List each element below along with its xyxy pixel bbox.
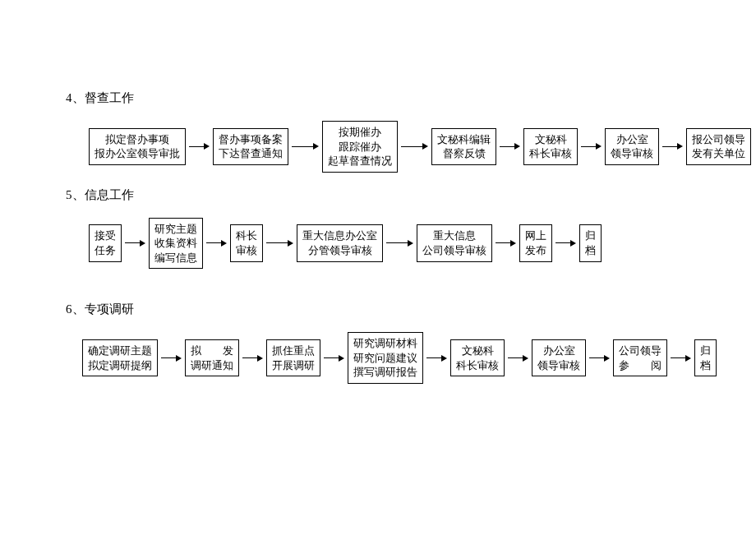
- box-line: 收集资料: [154, 236, 197, 251]
- arrow-right-icon: [161, 355, 182, 362]
- box-line: 科长: [236, 228, 257, 243]
- box-line: 按期催办: [328, 125, 392, 140]
- box-line: 撰写调研报告: [353, 365, 417, 380]
- flow-box: 研究主题 收集资料 编写信息: [149, 218, 203, 270]
- flow-row: 确定调研主题 拟定调研提纲 拟 发 调研通知 抓住重点 开展调研 研究调研材料 …: [82, 332, 756, 384]
- box-line: 重大信息办公室: [302, 228, 377, 243]
- arrow-right-icon: [401, 143, 428, 150]
- box-line: 报办公室领导审批: [94, 146, 180, 161]
- flow-box: 办公室 领导审核: [532, 339, 586, 376]
- box-line: 审核: [236, 243, 257, 258]
- flow-box: 重大信息办公室 分管领导审核: [297, 224, 383, 261]
- box-line: 跟踪催办: [328, 140, 392, 155]
- flow-box: 归 档: [694, 339, 717, 376]
- box-line: 拟定督办事项: [94, 132, 180, 147]
- flow-box: 归 档: [579, 224, 602, 261]
- box-line: 接受: [94, 228, 116, 243]
- arrow-right-icon: [292, 143, 319, 150]
- box-line: 公司领导: [619, 344, 662, 358]
- flow-box: 督办事项备案 下达督查通知: [213, 128, 288, 165]
- box-line: 调研通知: [191, 358, 233, 373]
- box-line: 归: [585, 228, 596, 243]
- box-line: 抓住重点: [272, 344, 315, 358]
- box-line: 确定调研主题: [88, 344, 152, 358]
- arrow-right-icon: [581, 143, 602, 150]
- box-line: 文秘科编辑: [437, 132, 491, 147]
- flow-box: 重大信息 公司领导审核: [417, 224, 492, 261]
- arrow-right-icon: [671, 355, 691, 362]
- arrow-right-icon: [496, 240, 516, 247]
- box-line: 研究调研材料: [353, 336, 417, 351]
- box-line: 拟 发: [191, 344, 233, 358]
- box-line: 归: [700, 344, 711, 358]
- box-line: 开展调研: [272, 358, 315, 373]
- section-research: 6、专项调研 确定调研主题 拟定调研提纲 拟 发 调研通知 抓住重点 开展调研 …: [66, 302, 756, 384]
- box-line: 档: [700, 358, 711, 373]
- flow-box: 拟定督办事项 报办公室领导审批: [89, 128, 186, 165]
- arrow-right-icon: [189, 143, 210, 150]
- box-line: 编写信息: [154, 251, 197, 265]
- arrow-right-icon: [324, 355, 344, 362]
- flow-box: 报公司领导 发有关单位: [686, 128, 751, 165]
- box-line: 网上: [525, 228, 546, 243]
- section-title: 5、信息工作: [66, 187, 756, 203]
- box-line: 办公室: [611, 132, 653, 147]
- section-supervision: 4、督查工作 拟定督办事项 报办公室领导审批 督办事项备案 下达督查通知 按期催…: [66, 90, 756, 173]
- arrow-right-icon: [266, 240, 293, 247]
- box-line: 拟定调研提纲: [88, 358, 152, 373]
- flow-box: 网上 发布: [519, 224, 552, 261]
- arrow-right-icon: [386, 240, 413, 247]
- box-line: 督办事项备案: [219, 132, 283, 147]
- flow-box: 文秘科 科长审核: [450, 339, 505, 376]
- arrow-right-icon: [589, 355, 610, 362]
- box-line: 任务: [94, 243, 116, 258]
- box-line: 公司领导审核: [422, 243, 486, 258]
- box-line: 报公司领导: [692, 132, 745, 147]
- flow-box: 接受 任务: [89, 224, 122, 261]
- flow-box: 按期催办 跟踪催办 起草督查情况: [322, 121, 398, 173]
- flow-row: 接受 任务 研究主题 收集资料 编写信息 科长 审核 重大信息办公室 分管领导审…: [89, 218, 756, 270]
- flow-box: 抓住重点 开展调研: [266, 339, 320, 376]
- box-line: 参 阅: [619, 358, 662, 373]
- box-line: 督察反馈: [437, 146, 491, 161]
- page-root: 4、督查工作 拟定督办事项 报办公室领导审批 督办事项备案 下达督查通知 按期催…: [0, 0, 756, 384]
- flow-box: 公司领导 参 阅: [613, 339, 667, 376]
- box-line: 文秘科: [456, 344, 499, 358]
- box-line: 科长审核: [456, 358, 499, 373]
- box-line: 领导审核: [537, 358, 580, 373]
- flow-row: 拟定督办事项 报办公室领导审批 督办事项备案 下达督查通知 按期催办 跟踪催办 …: [89, 121, 756, 173]
- flow-box: 拟 发 调研通知: [185, 339, 239, 376]
- flow-box: 科长 审核: [230, 224, 263, 261]
- box-line: 研究问题建议: [353, 351, 417, 366]
- flow-box: 文秘科编辑 督察反馈: [431, 128, 496, 165]
- box-line: 起草督查情况: [328, 154, 392, 168]
- flow-box: 办公室 领导审核: [605, 128, 659, 165]
- box-line: 科长审核: [529, 146, 572, 161]
- box-line: 重大信息: [422, 228, 486, 243]
- arrow-right-icon: [242, 355, 263, 362]
- flow-box: 确定调研主题 拟定调研提纲: [82, 339, 158, 376]
- box-line: 发有关单位: [692, 146, 745, 161]
- box-line: 领导审核: [611, 146, 653, 161]
- flow-box: 文秘科 科长审核: [523, 128, 578, 165]
- box-line: 档: [585, 243, 596, 258]
- box-line: 分管领导审核: [302, 243, 377, 258]
- section-title: 6、专项调研: [66, 302, 756, 317]
- arrow-right-icon: [500, 143, 520, 150]
- arrow-right-icon: [555, 240, 576, 247]
- box-line: 研究主题: [154, 222, 197, 237]
- arrow-right-icon: [206, 240, 227, 247]
- section-information: 5、信息工作 接受 任务 研究主题 收集资料 编写信息 科长 审核 重大信息办公…: [66, 187, 756, 270]
- box-line: 文秘科: [529, 132, 572, 147]
- box-line: 发布: [525, 243, 546, 258]
- arrow-right-icon: [662, 143, 683, 150]
- box-line: 下达督查通知: [219, 146, 283, 161]
- arrow-right-icon: [508, 355, 528, 362]
- arrow-right-icon: [426, 355, 447, 362]
- flow-box: 研究调研材料 研究问题建议 撰写调研报告: [348, 332, 423, 384]
- box-line: 办公室: [537, 344, 580, 358]
- section-title: 4、督查工作: [66, 90, 756, 106]
- arrow-right-icon: [125, 240, 145, 247]
